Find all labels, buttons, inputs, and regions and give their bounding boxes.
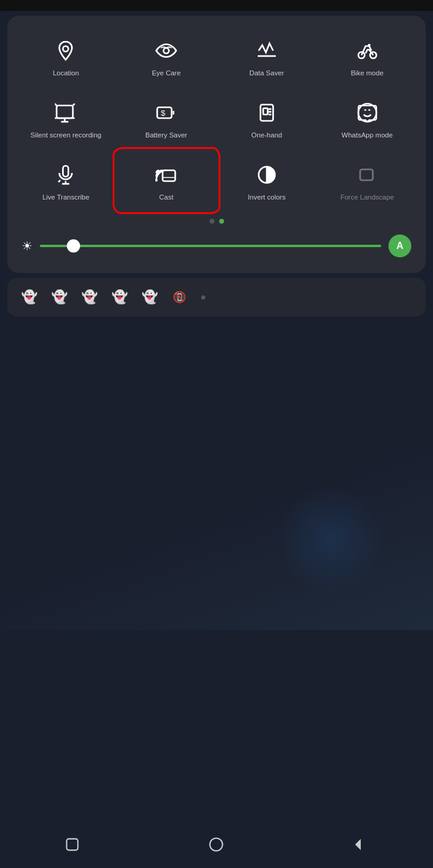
tile-label: Silent screen recording	[31, 131, 102, 140]
svg-rect-6	[57, 105, 73, 118]
page-dot-2[interactable]	[219, 219, 224, 224]
tile-live-transcribe[interactable]: Live Transcribe	[18, 152, 114, 209]
tile-label: Bike mode	[350, 69, 383, 78]
data-saver-icon	[254, 37, 280, 64]
brightness-thumb[interactable]	[67, 239, 80, 253]
tiles-grid: Location Eye Care Data Saver Bike mode	[13, 28, 420, 209]
tile-cast[interactable]: Cast	[119, 152, 214, 209]
tile-label: Location	[53, 69, 79, 78]
home-screen	[0, 316, 433, 630]
tile-label: Battery Saver	[145, 131, 187, 140]
cast-icon	[153, 162, 179, 188]
landscape-icon	[354, 162, 381, 188]
tile-location[interactable]: Location	[18, 28, 114, 85]
home-button[interactable]	[205, 833, 228, 856]
page-dot-1[interactable]	[210, 219, 214, 224]
dock-app-2[interactable]: 👻	[48, 286, 70, 308]
svg-line-10	[55, 104, 57, 105]
bike-icon	[354, 37, 381, 64]
whatsapp-icon	[354, 99, 381, 126]
svg-point-30	[210, 838, 223, 851]
eye-care-icon	[153, 37, 179, 64]
transcribe-icon	[52, 162, 79, 188]
tile-label: Force Landscape	[340, 193, 394, 202]
tile-battery-saver[interactable]: $ Battery Saver	[119, 90, 214, 147]
tile-whatsapp-mode[interactable]: WhatsApp mode	[319, 90, 415, 147]
back-button[interactable]	[349, 833, 372, 856]
tile-data-saver[interactable]: Data Saver	[219, 28, 315, 85]
location-icon	[52, 37, 79, 64]
svg-point-20	[358, 104, 376, 122]
tile-invert-colors[interactable]: Invert colors	[219, 152, 315, 209]
battery-icon: $	[153, 99, 179, 126]
brightness-track[interactable]	[40, 245, 381, 247]
svg-rect-29	[66, 839, 78, 851]
dock-app-3[interactable]: 👻	[78, 286, 100, 308]
svg-rect-15	[260, 105, 273, 121]
tile-bike-mode[interactable]: Bike mode	[319, 28, 415, 85]
tile-one-hand[interactable]: One-hand	[219, 90, 315, 147]
dock-app-6[interactable]: 📵	[169, 286, 190, 308]
svg-rect-16	[263, 108, 268, 115]
svg-point-0	[63, 46, 69, 52]
page-dots	[13, 219, 420, 224]
brightness-icon: ☀	[22, 239, 33, 253]
tile-silent-screen-recording[interactable]: Silent screen recording	[18, 90, 114, 147]
svg-line-11	[73, 104, 75, 105]
app-dock: 👻 👻 👻 👻 👻 📵	[7, 278, 426, 316]
svg-point-5	[367, 44, 370, 47]
tile-eye-care[interactable]: Eye Care	[119, 28, 214, 85]
tile-label: One-hand	[251, 131, 282, 140]
invert-colors-icon	[254, 162, 280, 188]
tile-label: Invert colors	[248, 193, 286, 202]
svg-rect-21	[63, 166, 69, 177]
dock-app-5[interactable]: 👻	[139, 286, 160, 308]
tile-label: WhatsApp mode	[341, 131, 393, 140]
brightness-row: ☀ A	[13, 232, 420, 262]
tile-label: Data Saver	[249, 69, 284, 78]
svg-line-24	[58, 180, 60, 182]
svg-marker-31	[355, 839, 361, 851]
recent-apps-button[interactable]	[61, 833, 84, 856]
dock-extra-dot	[201, 295, 205, 300]
avatar[interactable]: A	[388, 234, 411, 257]
svg-rect-28	[360, 169, 373, 180]
home-glow	[276, 485, 385, 594]
tile-force-landscape[interactable]: Force Landscape	[319, 152, 415, 209]
top-bar	[0, 0, 433, 11]
svg-point-25	[155, 179, 158, 182]
tile-label: Cast	[159, 193, 173, 202]
tile-label: Eye Care	[152, 69, 181, 78]
svg-text:$: $	[161, 108, 166, 118]
dock-app-4[interactable]: 👻	[108, 286, 130, 308]
screen-record-icon	[52, 99, 79, 126]
one-hand-icon	[254, 99, 280, 126]
svg-point-1	[164, 48, 169, 54]
dock-app-1[interactable]: 👻	[18, 286, 40, 308]
quick-panel: Location Eye Care Data Saver Bike mode	[7, 16, 426, 273]
nav-bar	[0, 827, 433, 868]
tile-label: Live Transcribe	[42, 193, 89, 202]
svg-rect-26	[163, 171, 175, 181]
